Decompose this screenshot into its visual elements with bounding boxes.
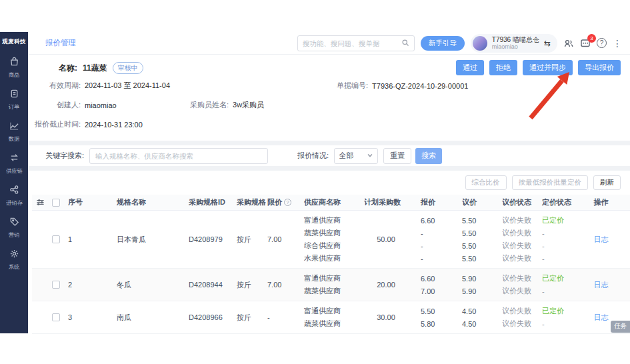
compare-prices-button[interactable]: 综合比价: [465, 175, 507, 190]
search-button[interactable]: 搜索: [415, 148, 442, 164]
reject-button[interactable]: 拒绝: [489, 60, 517, 75]
nego-statuses: 议价失败 议价失败: [485, 305, 531, 330]
header-seq: 序号: [64, 197, 107, 207]
topbar: 报价管理 新手引导 T7936 喵喵总仓 miaomiao ⇆: [28, 32, 630, 55]
reset-button[interactable]: 重置: [383, 148, 411, 164]
sidebar-item-label: 进销存: [6, 199, 23, 207]
supplier-names: 富通供应商 蔬菜供应商 综合供应商 水果供应商: [302, 214, 362, 265]
batch-price-by-lowest-button[interactable]: 按最低报价批量定价: [512, 175, 589, 190]
approve-and-sync-button[interactable]: 通过并同步: [523, 60, 573, 75]
quotes: 6.60 7.00: [410, 272, 449, 297]
spec-id: D4208966: [177, 313, 235, 321]
global-search: [297, 35, 415, 51]
quote-status-select[interactable]: 全部: [334, 148, 378, 164]
user-menu[interactable]: T7936 喵喵总仓 miaomiao ⇆: [471, 34, 557, 53]
supplier-names: 富通供应商 蔬菜供应商: [302, 272, 362, 297]
newbie-guide-button[interactable]: 新手引导: [421, 36, 465, 51]
log-link[interactable]: 日志: [572, 235, 630, 245]
sidebar-item-marketing[interactable]: 营销: [8, 217, 20, 239]
quote-status-label: 报价情况:: [297, 151, 329, 161]
purchase-spec: 按斤: [235, 280, 267, 290]
sidebar-item-orders[interactable]: 订单: [8, 89, 20, 111]
more-menu-icon[interactable]: ⋮: [613, 39, 622, 48]
status-badge: 审核中: [113, 62, 143, 74]
user-account: miaomiao: [492, 43, 539, 50]
header-limit-price: 限价?: [267, 197, 302, 207]
supplier-names: 富通供应商 蔬菜供应商: [302, 305, 362, 330]
task-float-button[interactable]: 任务: [611, 321, 630, 333]
spec-name: 日本青瓜: [107, 235, 177, 245]
messages-icon[interactable]: 3: [580, 38, 591, 49]
message-count-badge: 3: [587, 34, 596, 43]
spec-id: D4208944: [177, 281, 235, 289]
sidebar-item-data[interactable]: 数据: [8, 121, 20, 143]
quote-detail-panel: 名称: 11蔬菜 审核中 通过 拒绝 通过并同步 导出报价 有效周期: 2024…: [28, 55, 630, 141]
content: 名称: 11蔬菜 审核中 通过 拒绝 通过并同步 导出报价 有效周期: 2024…: [28, 55, 630, 333]
purchase-spec: 按斤: [235, 313, 267, 323]
spec-name: 冬瓜: [107, 280, 177, 290]
valid-period-label: 有效周期:: [28, 81, 81, 91]
header-nego-status: 议价状态: [485, 197, 531, 207]
refresh-button[interactable]: 刷新: [593, 175, 621, 190]
breadcrumb[interactable]: 报价管理: [45, 38, 76, 48]
negotiated-prices: 5.90 5.90: [449, 272, 485, 297]
buyer-label: 采购员姓名:: [190, 100, 229, 110]
table-row: 2 冬瓜 D4208944 按斤 7.00 富通供应商 蔬菜供应商 20.00 …: [32, 269, 630, 301]
gear-icon: [9, 249, 19, 261]
chart-icon: [9, 121, 19, 133]
keyword-search-input[interactable]: [89, 148, 268, 164]
row-seq: 3: [64, 313, 107, 321]
sidebar-item-inventory[interactable]: 进销存: [5, 185, 23, 207]
quote-deadline-label: 报价截止时间:: [28, 119, 81, 129]
export-quote-button[interactable]: 导出报价: [578, 60, 621, 75]
negotiated-prices: 5.50 5.50 5.50 5.50: [449, 214, 485, 265]
global-search-input[interactable]: [303, 39, 397, 47]
sidebar: 观麦科技 商品 订单 数据 供应链 进销存: [0, 32, 28, 333]
nego-statuses: 议价失败 议价失败 议价失败 议价失败: [485, 214, 531, 265]
quote-table-panel: 综合比价 按最低报价批量定价 刷新 序号 规格名称 采购规格ID 采购规格 限价…: [28, 171, 630, 333]
limit-price-help-icon[interactable]: ?: [284, 199, 291, 206]
user-name: T7936 喵喵总仓: [492, 36, 539, 43]
nego-statuses: 议价失败 议价失败: [485, 272, 531, 297]
help-icon[interactable]: ?: [597, 38, 607, 48]
header-price-status: 定价状态: [531, 197, 572, 207]
quote-deadline-value: 2024-10-31 23:00: [85, 121, 143, 129]
header-action: 操作: [572, 197, 630, 207]
limit-price: 7.00: [267, 281, 302, 289]
table-header-row: 序号 规格名称 采购规格ID 采购规格 限价? 供应商名称 计划采购数 报价 议…: [32, 195, 630, 211]
table-row: 3 南瓜 D4208966 按斤 - 富通供应商 蔬菜供应商 30.00 5.5…: [32, 301, 630, 334]
plan-qty: 50.00: [362, 235, 410, 243]
community-icon[interactable]: [563, 38, 574, 49]
app-logo: 观麦科技: [2, 38, 26, 46]
row-checkbox[interactable]: [52, 313, 60, 321]
column-settings-icon[interactable]: [32, 198, 48, 207]
filter-bar: 关键字搜索: 报价情况: 全部 重置 搜索: [28, 145, 630, 166]
app-window: 观麦科技 商品 订单 数据 供应链 进销存: [0, 32, 630, 333]
header-plan-qty: 计划采购数: [362, 197, 410, 207]
sidebar-item-label: 商品: [9, 71, 20, 79]
spec-name: 南瓜: [107, 313, 177, 323]
log-link[interactable]: 日志: [572, 280, 630, 290]
negotiated-prices: 4.50 4.50: [449, 305, 485, 330]
row-checkbox[interactable]: [52, 281, 60, 289]
sidebar-item-goods[interactable]: 商品: [8, 57, 20, 79]
tag-icon: [9, 217, 19, 229]
select-all-checkbox[interactable]: [52, 199, 60, 207]
quote-sheet-name: 11蔬菜: [83, 63, 107, 74]
search-icon[interactable]: [401, 37, 409, 49]
header-spec-id: 采购规格ID: [177, 197, 235, 207]
sidebar-item-supply-chain[interactable]: 供应链: [5, 153, 23, 175]
header-spec-name: 规格名称: [107, 197, 177, 207]
main-area: 报价管理 新手引导 T7936 喵喵总仓 miaomiao ⇆: [28, 32, 630, 333]
row-checkbox[interactable]: [52, 235, 60, 243]
header-quote: 报价: [410, 197, 449, 207]
quotes: 5.50 5.80: [410, 305, 449, 330]
plan-qty: 20.00: [362, 281, 410, 289]
switch-account-icon[interactable]: ⇆: [544, 39, 551, 48]
order-icon: [9, 89, 19, 101]
quotes: 6.60 - - -: [410, 214, 449, 265]
sidebar-item-system[interactable]: 系统: [8, 249, 20, 271]
plan-qty: 30.00: [362, 313, 410, 321]
approve-button[interactable]: 通过: [456, 60, 484, 75]
valid-period-value: 2024-11-03 至 2024-11-04: [85, 81, 170, 91]
